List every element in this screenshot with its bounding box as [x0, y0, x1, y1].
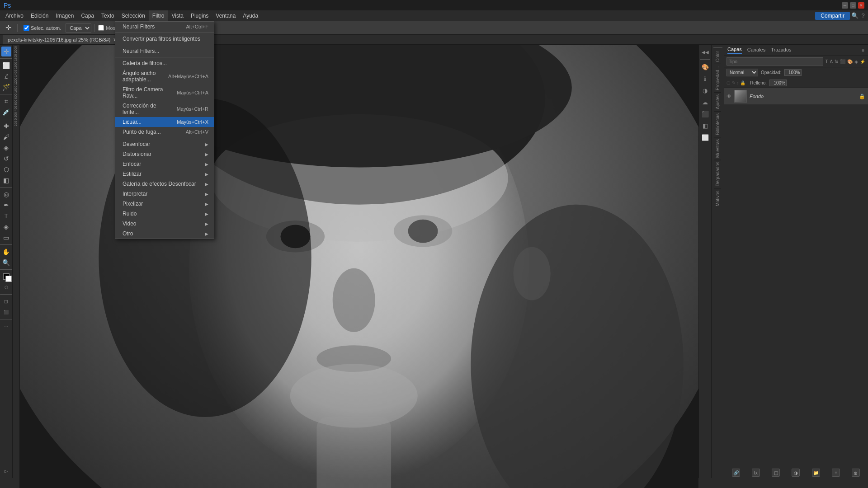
tool-eraser[interactable]: ⬡ — [1, 164, 11, 174]
swatches-panel-icon[interactable]: ⬛ — [700, 108, 711, 119]
canvas-viewport[interactable]: 👤 Seleccionar sujeto ✂ Eliminar fondo ↺ … — [20, 45, 698, 488]
layer-type-select[interactable]: Capa — [66, 23, 91, 33]
layers-tab[interactable]: Capas — [727, 47, 742, 54]
layer-lock-icon[interactable]: 🔒 — [859, 94, 865, 99]
layer-mask-button[interactable]: ◫ — [772, 469, 780, 477]
tool-separator-1 — [0, 58, 12, 59]
layer-link-button[interactable]: 🔗 — [732, 469, 740, 477]
menu-plugins[interactable]: Plugins — [187, 10, 212, 21]
filter-fx-icon[interactable]: fx — [835, 59, 838, 64]
filter-icon[interactable]: T — [825, 59, 828, 64]
tool-magic-wand[interactable]: 🪄 — [1, 82, 11, 92]
libraries-panel-label[interactable]: Bibliotecas — [714, 111, 721, 137]
title-bar: Ps ─ □ ✕ — [0, 0, 868, 10]
filter-smart-icon[interactable]: ⚡ — [860, 59, 865, 64]
tool-stamp[interactable]: ◈ — [1, 143, 11, 153]
foreground-color[interactable] — [1, 272, 11, 282]
panel-menu-icon[interactable]: ≡ — [862, 48, 864, 53]
menu-imagen[interactable]: Imagen — [52, 10, 77, 21]
libraries-panel-icon[interactable]: ☁ — [700, 97, 711, 108]
layer-visibility-eye[interactable]: 👁 — [726, 94, 731, 99]
tool-zoom[interactable]: 🔍 — [1, 258, 11, 267]
menu-filtro[interactable]: Filtro — [149, 10, 168, 21]
transform-controls-checkbox[interactable] — [98, 25, 104, 31]
options-toolbar: ✛ Selec. autom. Capa Mostrar controles d… — [0, 21, 868, 35]
channels-tab[interactable]: Canales — [747, 47, 765, 53]
opacity-input[interactable] — [784, 69, 802, 76]
menu-edicion[interactable]: Edición — [27, 10, 52, 21]
auto-select-toggle[interactable]: Selec. autom. — [21, 23, 64, 33]
tool-move[interactable]: ✛ — [1, 47, 11, 56]
menu-capa[interactable]: Capa — [77, 10, 98, 21]
blend-mode-select[interactable]: Normal — [726, 69, 758, 76]
gradients-panel-icon[interactable]: ◧ — [700, 120, 711, 131]
tool-crop[interactable]: ⌗ — [1, 96, 11, 106]
document-close-icon[interactable]: × — [113, 36, 117, 43]
tool-options-extra[interactable]: ··· — [1, 321, 11, 331]
filter-vector-icon[interactable]: ◈ — [854, 59, 858, 64]
layer-new-button[interactable]: + — [832, 469, 840, 477]
layer-item-fondo[interactable]: 👁 Fondo 🔒 — [724, 88, 868, 104]
menu-vista[interactable]: Vista — [168, 10, 187, 21]
tool-extra-arrow[interactable]: ▷ — [1, 466, 11, 476]
patterns-panel-icon[interactable]: ⬜ — [700, 132, 711, 143]
tool-path-select[interactable]: ◈ — [1, 222, 11, 232]
share-button[interactable]: Compartir — [815, 12, 850, 20]
layer-delete-button[interactable]: 🗑 — [852, 469, 860, 477]
menu-archivo[interactable]: Archivo — [2, 10, 27, 21]
document-tab[interactable]: pexels-krivitskiy-1205716.jpg al 25% (RG… — [3, 35, 122, 44]
canvas-image[interactable] — [20, 45, 698, 488]
menu-ventana[interactable]: Ventana — [212, 10, 239, 21]
color-panel-icon[interactable]: 🎨 — [700, 61, 711, 72]
menu-ayuda[interactable]: Ayuda — [239, 10, 262, 21]
tool-shapes[interactable]: ▭ — [1, 233, 11, 243]
tool-hand[interactable]: ✋ — [1, 247, 11, 257]
window-controls[interactable]: ─ □ ✕ — [842, 2, 864, 9]
tool-blur[interactable]: ◎ — [1, 189, 11, 199]
new-tab-icon[interactable]: › — [124, 36, 126, 44]
adjustments-panel-label[interactable]: Ajustes — [714, 92, 721, 111]
layers-search-input[interactable] — [726, 57, 823, 66]
filter-color-icon[interactable]: 🎨 — [847, 59, 853, 64]
layer-fx-button[interactable]: fx — [752, 469, 760, 477]
layers-fill-row: ⬡ ✎ ↕ 🔒 Relleno: — [724, 78, 868, 88]
auto-select-checkbox[interactable] — [24, 25, 29, 31]
layer-group-button[interactable]: 📁 — [812, 469, 820, 477]
minimize-button[interactable]: ─ — [842, 2, 848, 9]
filter-type-icon[interactable]: A — [830, 59, 833, 64]
search-icon[interactable]: 🔍 — [852, 13, 858, 19]
tool-heal[interactable]: ✚ — [1, 121, 11, 131]
color-panel-label[interactable]: Color — [714, 49, 721, 64]
filter-pixel-icon[interactable]: ⬛ — [840, 59, 845, 64]
tool-brush[interactable]: 🖌 — [1, 132, 11, 142]
fill-input[interactable] — [769, 80, 787, 86]
tool-selection-rect[interactable]: ⬜ — [1, 61, 11, 70]
properties-panel-label[interactable]: Propiedad... — [714, 64, 721, 92]
tool-options-move[interactable]: ✛ — [3, 23, 14, 33]
patterns-panel-label[interactable]: Motivos — [714, 188, 721, 208]
expand-panels-icon[interactable]: ◀◀ — [700, 47, 711, 57]
tool-gradient[interactable]: ◧ — [1, 175, 11, 185]
tool-separator-7 — [0, 294, 12, 295]
gradients-panel-label[interactable]: Degradados — [714, 160, 721, 188]
tool-eyedropper[interactable]: 💉 — [1, 107, 11, 117]
tool-lasso[interactable]: 𝓛 — [1, 71, 11, 81]
maximize-button[interactable]: □ — [850, 2, 856, 9]
tool-mask[interactable]: ◫ — [1, 296, 11, 306]
adjustments-panel-icon[interactable]: ◑ — [700, 85, 711, 96]
menu-seleccion[interactable]: Selección — [118, 10, 149, 21]
swatches-panel-label[interactable]: Muestras — [714, 137, 721, 160]
menu-texto[interactable]: Texto — [98, 10, 118, 21]
document-canvas[interactable] — [20, 45, 698, 488]
close-button[interactable]: ✕ — [858, 2, 864, 9]
help-icon[interactable]: ? — [860, 13, 866, 19]
properties-panel-icon[interactable]: ℹ — [700, 73, 711, 84]
paths-tab[interactable]: Trazados — [771, 47, 791, 53]
tool-pen[interactable]: ✒ — [1, 200, 11, 210]
document-filename: pexels-krivitskiy-1205716.jpg al 25% (RG… — [8, 37, 110, 42]
tool-text[interactable]: T — [1, 211, 11, 221]
tool-extra[interactable]: ⬡ — [1, 282, 11, 292]
tool-history-brush[interactable]: ↺ — [1, 154, 11, 164]
layer-adjust-button[interactable]: ◑ — [792, 469, 800, 477]
tool-frame[interactable]: ⬛ — [1, 307, 11, 317]
